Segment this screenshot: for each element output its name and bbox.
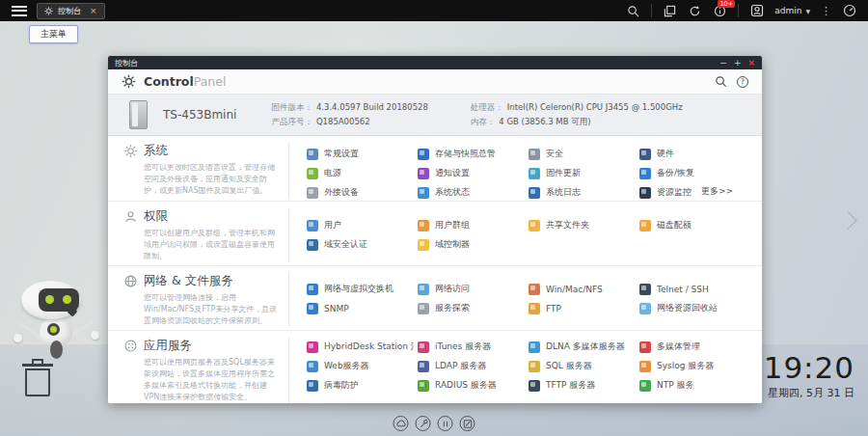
win-mac-nfs-icon xyxy=(529,284,540,295)
topbar-divider xyxy=(738,4,739,17)
notifications-icon[interactable]: 10+ xyxy=(713,4,727,18)
network-recycle-bin-icon xyxy=(639,303,651,314)
section-applications: 应用服务 您可以使用网页服务器及SQL服务器来架设网站，设置多媒体应用程序所需之… xyxy=(108,331,762,403)
domain-controller-icon xyxy=(418,239,429,251)
domain-security-icon xyxy=(307,239,318,251)
background-tasks-icon[interactable] xyxy=(663,4,677,18)
dock-compose-icon[interactable] xyxy=(460,416,475,431)
cp-item-firmware-update[interactable]: 固件更新 xyxy=(529,166,636,180)
cp-item-hardware[interactable]: 硬件 xyxy=(639,147,746,161)
cp-item-domain-security[interactable]: 域安全认证 xyxy=(307,237,414,252)
serial-label: 产品序号： xyxy=(271,115,312,129)
window-titlebar[interactable]: 控制台 − + × xyxy=(108,56,762,69)
cp-item-shared-folders[interactable]: 共享文件夹 xyxy=(529,218,636,232)
item-label: 网络与虚拟交换机 xyxy=(324,283,393,295)
maximize-icon[interactable]: + xyxy=(734,59,742,68)
cp-item-security[interactable]: 安全 xyxy=(529,147,636,161)
shared-folders-icon xyxy=(529,220,540,232)
network-virtual-switch-icon xyxy=(307,284,318,295)
recycle-bin-icon[interactable] xyxy=(21,359,54,397)
cp-item-syslog-server[interactable]: Syslog 服务器 xyxy=(639,359,746,373)
user-groups-icon xyxy=(418,220,429,232)
main-menu-icon[interactable] xyxy=(12,6,27,16)
cp-item-power[interactable]: 电源 xyxy=(307,166,414,180)
section-description: 您可以更改时区及语言设置，管理存储空间及外接设备，应用通知及安全防护，或更新NA… xyxy=(144,162,279,197)
cp-item-ftp[interactable]: FTP xyxy=(529,301,636,315)
close-icon[interactable]: × xyxy=(747,59,755,68)
dock-cloud-icon[interactable] xyxy=(393,416,409,431)
cp-item-system-logs[interactable]: 系统日志 xyxy=(529,185,636,200)
dock-pause-icon[interactable] xyxy=(438,416,453,431)
sync-icon[interactable] xyxy=(688,4,702,18)
nas-model: TS-453Bmini xyxy=(163,108,236,122)
cp-item-radius-server[interactable]: RADIUS 服务器 xyxy=(418,378,525,393)
cp-item-tftp-server[interactable]: TFTP 服务器 xyxy=(529,378,636,393)
main-menu-button[interactable]: 主菜单 xyxy=(29,25,78,43)
cp-item-backup-restore[interactable]: 备份/恢复 xyxy=(639,166,746,180)
taskbar-tab-control-panel[interactable]: 控制台 × xyxy=(37,3,105,19)
dlna-server-icon xyxy=(529,341,540,353)
cp-item-ntp-service[interactable]: NTP 服务 xyxy=(639,378,746,393)
cp-item-storage-snapshots[interactable]: 存储与快照总管 xyxy=(418,147,525,161)
network-access-icon xyxy=(418,284,429,295)
next-desktop-chevron-icon[interactable] xyxy=(839,211,856,229)
itunes-server-icon xyxy=(418,341,429,353)
dashboard-gauge-icon[interactable] xyxy=(842,4,856,18)
cp-item-user-groups[interactable]: 用户群组 xyxy=(418,218,525,232)
clock-date: 星期四, 5月 31 日 xyxy=(764,386,854,400)
cp-item-antivirus[interactable]: 病毒防护 xyxy=(307,378,414,393)
cp-item-quota[interactable]: 磁盘配额 xyxy=(639,218,746,232)
cp-item-hybriddesk-station[interactable]: HybridDesk Station 混合桌.. xyxy=(307,340,414,354)
cp-item-external-device[interactable]: 外接设备 xyxy=(307,185,414,200)
system-status-icon xyxy=(418,187,429,199)
search-icon[interactable] xyxy=(715,75,727,88)
item-label: 域安全认证 xyxy=(324,238,367,251)
cp-item-ldap-server[interactable]: LDAP 服务器 xyxy=(418,359,525,373)
cp-item-network-access[interactable]: 网络访问 xyxy=(418,282,525,296)
window-title: 控制台 xyxy=(115,58,138,68)
search-icon[interactable] xyxy=(626,4,640,18)
cp-item-snmp[interactable]: SNMP xyxy=(307,301,414,315)
cp-item-users[interactable]: 用户 xyxy=(307,218,414,232)
cp-item-dlna-server[interactable]: DLNA 多媒体服务器 xyxy=(529,340,636,354)
cp-item-sql-server[interactable]: SQL 服务器 xyxy=(529,359,636,373)
more-options-icon[interactable]: ⋮ xyxy=(821,5,831,17)
item-label: 网络资源回收站 xyxy=(657,302,718,314)
nas-device-image xyxy=(129,100,148,129)
help-icon[interactable]: ? xyxy=(737,76,748,88)
section-title: 网络 & 文件服务 xyxy=(144,273,233,289)
tab-close-icon[interactable]: × xyxy=(90,6,97,15)
qnap-mascot[interactable] xyxy=(14,281,100,362)
notification-badge: 10+ xyxy=(718,0,735,8)
cp-item-web-server[interactable]: Web服务器 xyxy=(307,359,414,373)
admin-menu[interactable]: admin ▼ xyxy=(774,6,810,15)
user-avatar-icon[interactable] xyxy=(749,4,764,18)
general-settings-icon xyxy=(307,149,318,160)
item-label: HybridDesk Station 混合桌.. xyxy=(324,341,414,353)
system-info-bar: TS-453Bmini 固件版本：4.3.4.0597 Build 201805… xyxy=(108,95,762,136)
cp-item-domain-controller[interactable]: 域控制器 xyxy=(418,237,525,252)
item-label: 网络访问 xyxy=(435,283,470,295)
cp-item-network-recycle-bin[interactable]: 网络资源回收站 xyxy=(639,301,746,315)
cp-item-telnet-ssh[interactable]: Telnet / SSH xyxy=(639,282,746,296)
dock-tools-icon[interactable] xyxy=(416,416,431,431)
cp-item-general-settings[interactable]: 常规设置 xyxy=(307,147,414,161)
antivirus-icon xyxy=(307,380,318,392)
ldap-server-icon xyxy=(418,361,429,372)
cp-item-service-discovery[interactable]: 服务探索 xyxy=(418,301,525,315)
cpu-value: Intel(R) Celeron(R) CPU J3455 @ 1.500GHz xyxy=(507,100,683,115)
item-label: TFTP 服务器 xyxy=(546,379,595,392)
cp-item-system-status[interactable]: 系统状态 xyxy=(418,185,525,200)
minimize-icon[interactable]: − xyxy=(719,59,727,68)
cp-item-itunes-server[interactable]: iTunes 服务器 xyxy=(418,340,525,354)
cp-item-network-virtual-switch[interactable]: 网络与虚拟交换机 xyxy=(307,282,414,296)
control-panel-header: ControlPanel ? xyxy=(108,69,762,95)
cp-item-notification[interactable]: 通知设置 xyxy=(418,166,525,180)
more-link[interactable]: 更多>> xyxy=(701,185,733,198)
cp-item-win-mac-nfs[interactable]: Win/Mac/NFS xyxy=(529,282,636,296)
topbar-divider xyxy=(651,4,652,17)
cp-item-multimedia-console[interactable]: 多媒体管理 xyxy=(639,340,746,354)
memory-label: 内存： xyxy=(471,115,496,129)
resource-monitor-icon xyxy=(639,187,651,199)
applications-grid-icon xyxy=(123,339,138,353)
